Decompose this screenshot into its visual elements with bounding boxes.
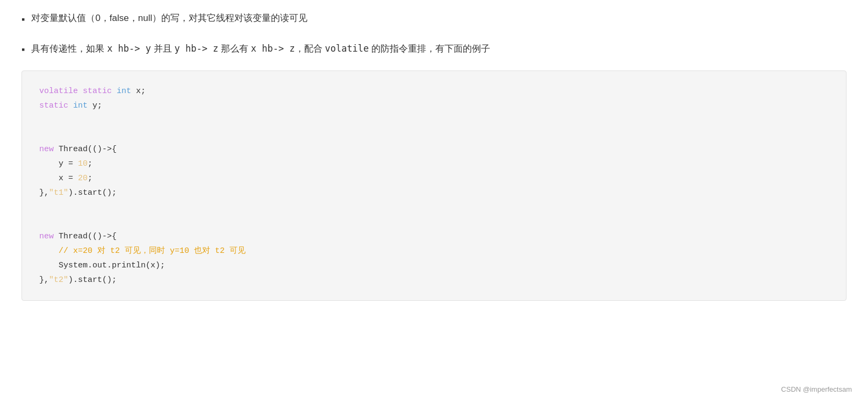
thread-1-call: Thread(()->{ xyxy=(59,145,117,154)
keyword-new-1: new xyxy=(39,145,54,154)
str-t2: "t2" xyxy=(49,275,68,285)
y-assign: y = xyxy=(59,159,78,168)
keyword-static-1: static xyxy=(83,87,112,96)
keyword-int-2: int xyxy=(73,101,88,110)
thread-2-start: ).start(); xyxy=(68,275,117,285)
code-block: volatile static int x; static int y; new… xyxy=(21,70,847,301)
keyword-static-2: static xyxy=(39,101,68,110)
comment-visibility: // x=20 对 t2 可见，同时 y=10 也对 t2 可见 xyxy=(59,246,246,256)
y-assign-semi: ; xyxy=(88,159,92,168)
bullet-item-1: 对变量默认值（0，false，null）的写，对其它线程对该变量的读可见 xyxy=(21,11,847,28)
var-x-decl: x; xyxy=(136,87,146,96)
keyword-new-2: new xyxy=(39,232,54,241)
bullet-text-2: 具有传递性，如果 x hb-> y 并且 y hb-> z 那么有 x hb->… xyxy=(31,41,847,57)
var-y-decl: y; xyxy=(92,101,102,110)
x-assign: x = xyxy=(59,174,78,183)
bullet-text-1: 对变量默认值（0，false，null）的写，对其它线程对该变量的读可见 xyxy=(31,11,847,26)
println-call: System.out.println(x); xyxy=(59,261,165,270)
watermark: CSDN @imperfectsam xyxy=(781,385,852,393)
thread-2-end: }, xyxy=(39,275,49,285)
num-20: 20 xyxy=(78,174,88,183)
keyword-int-1: int xyxy=(117,87,131,96)
thread-1-end: }, xyxy=(39,188,49,197)
num-10: 10 xyxy=(78,159,88,168)
keyword-volatile: volatile xyxy=(39,87,78,96)
x-assign-semi: ; xyxy=(88,174,92,183)
str-t1: "t1" xyxy=(49,188,68,197)
thread-1-start: ).start(); xyxy=(68,188,117,197)
bullet-item-2: 具有传递性，如果 x hb-> y 并且 y hb-> z 那么有 x hb->… xyxy=(21,41,847,58)
thread-2-call: Thread(()->{ xyxy=(59,232,117,241)
bullet-list: 对变量默认值（0，false，null）的写，对其它线程对该变量的读可见 具有传… xyxy=(21,11,847,58)
